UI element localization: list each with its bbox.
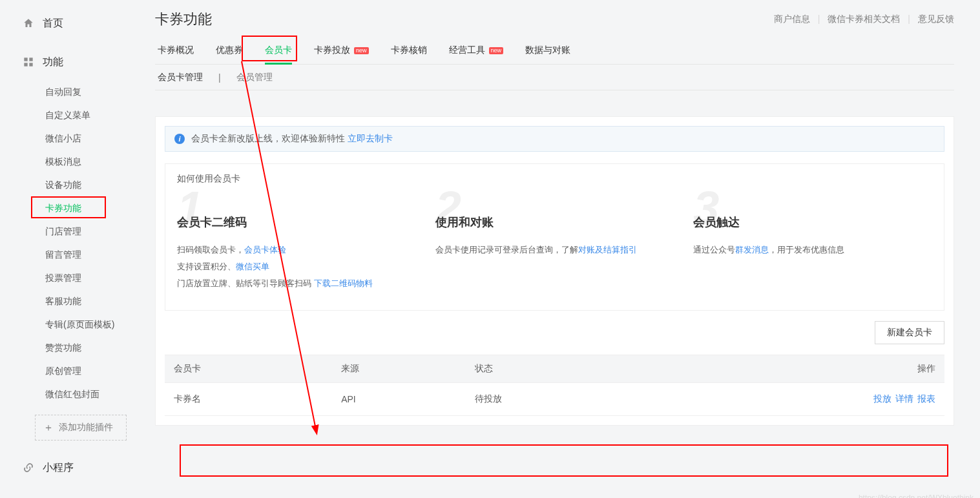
sidebar-features-heading: 功能	[0, 50, 149, 74]
sidebar-item[interactable]: 设备功能	[0, 173, 149, 196]
sidebar-miniprogram-label: 小程序	[43, 461, 74, 475]
sidebar-item[interactable]: 专辑(原页面模板)	[0, 313, 149, 336]
sidebar-item[interactable]: 卡券功能	[0, 196, 149, 220]
svg-rect-0	[24, 57, 27, 61]
sidebar-home[interactable]: 首页	[0, 12, 149, 35]
annotation-box-row	[180, 444, 948, 477]
sidebar: 首页 功能 自动回复自定义菜单微信小店模板消息设备功能卡券功能门店管理留言管理投…	[0, 0, 149, 498]
tab[interactable]: 经营工具new	[449, 45, 504, 64]
tab[interactable]: 会员卡	[265, 45, 292, 64]
row-action[interactable]: 详情	[895, 393, 913, 404]
sidebar-item[interactable]: 投票管理	[0, 266, 149, 289]
new-badge: new	[354, 47, 369, 54]
step-link[interactable]: 下载二维码物料	[314, 278, 373, 288]
separator: |	[818, 14, 820, 25]
tab-label: 会员卡	[265, 45, 292, 56]
table-row: 卡券名API待投放投放详情报表	[165, 383, 944, 416]
row-action[interactable]: 投放	[873, 393, 891, 404]
header-link-docs[interactable]: 微信卡券相关文档	[828, 14, 900, 25]
cell-actions: 投放详情报表	[634, 383, 944, 416]
sidebar-item[interactable]: 微信小店	[0, 127, 149, 150]
sidebar-item[interactable]: 模板消息	[0, 150, 149, 173]
subtabs: 会员卡管理|会员管理	[155, 65, 954, 90]
step-line: 支持设置积分、微信买单	[177, 258, 416, 275]
step-link[interactable]: 群发消息	[735, 245, 769, 254]
tab-label: 数据与对账	[525, 45, 570, 56]
row-action[interactable]: 报表	[917, 393, 935, 404]
howto-step: 1会员卡二维码扫码领取会员卡，会员卡体验支持设置积分、微信买单门店放置立牌、贴纸…	[177, 185, 416, 292]
sidebar-features-label: 功能	[43, 56, 63, 69]
th-status: 状态	[466, 355, 633, 383]
sidebar-item[interactable]: 门店管理	[0, 220, 149, 243]
tab[interactable]: 数据与对账	[525, 45, 570, 64]
sidebar-miniprogram-heading: 小程序	[0, 456, 149, 479]
step-link[interactable]: 微信买单	[236, 262, 269, 271]
tab-label: 卡券投放	[314, 45, 350, 56]
new-badge: new	[489, 47, 504, 54]
tab-label: 优惠券	[216, 45, 243, 56]
plus-icon: ＋	[43, 421, 54, 435]
th-source: 来源	[332, 355, 466, 383]
tab-label: 经营工具	[449, 45, 485, 56]
cell-name: 卡券名	[165, 383, 332, 416]
main-content: 卡券功能 商户信息 | 微信卡券相关文档 | 意见反馈 卡券概况优惠券会员卡卡券…	[149, 0, 980, 498]
howto-panel: 如何使用会员卡 1会员卡二维码扫码领取会员卡，会员卡体验支持设置积分、微信买单门…	[165, 163, 944, 311]
sidebar-item[interactable]: 留言管理	[0, 243, 149, 266]
sidebar-item[interactable]: 微信红包封面	[0, 382, 149, 406]
tab-label: 卡券概况	[158, 45, 194, 56]
subtab[interactable]: 会员管理	[236, 72, 273, 83]
step-line: 通过公众号群发消息，用于发布优惠信息	[693, 242, 932, 258]
svg-rect-2	[24, 63, 27, 66]
info-icon: i	[174, 134, 185, 144]
separator: |	[908, 14, 910, 25]
tab[interactable]: 卡券投放new	[314, 45, 369, 64]
th-action: 操作	[634, 355, 944, 383]
step-line: 扫码领取会员卡，会员卡体验	[177, 242, 416, 258]
tab[interactable]: 卡券概况	[158, 45, 194, 64]
notice-link[interactable]: 立即去制卡	[348, 133, 393, 145]
th-card: 会员卡	[165, 355, 332, 383]
step-link[interactable]: 会员卡体验	[244, 245, 286, 254]
sidebar-item[interactable]: 自定义菜单	[0, 103, 149, 127]
step-line: 会员卡使用记录可登录后台查询，了解对账及结算指引	[435, 242, 674, 258]
step-line: 门店放置立牌、贴纸等引导顾客扫码 下载二维码物料	[177, 275, 416, 292]
sidebar-item[interactable]: 自动回复	[0, 80, 149, 103]
cell-source: API	[332, 383, 466, 416]
howto-steps: 1会员卡二维码扫码领取会员卡，会员卡体验支持设置积分、微信买单门店放置立牌、贴纸…	[165, 185, 944, 310]
step-link[interactable]: 对账及结算指引	[578, 245, 637, 254]
header-link-feedback[interactable]: 意见反馈	[918, 14, 954, 25]
step-title: 使用和对账	[435, 214, 674, 230]
step-title: 会员卡二维码	[177, 214, 416, 230]
add-plugin-label: 添加功能插件	[59, 422, 113, 433]
sidebar-item[interactable]: 原创管理	[0, 359, 149, 382]
howto-step: 2使用和对账会员卡使用记录可登录后台查询，了解对账及结算指引	[435, 185, 674, 292]
tab[interactable]: 优惠券	[216, 45, 243, 64]
notice-text: 会员卡全新改版上线，欢迎体验新特性	[191, 133, 345, 145]
new-card-button[interactable]: 新建会员卡	[875, 321, 944, 344]
header-link-merchant[interactable]: 商户信息	[774, 14, 810, 25]
card-table: 会员卡 来源 状态 操作 卡券名API待投放投放详情报表	[165, 355, 944, 416]
tab-label: 卡券核销	[391, 45, 427, 56]
sidebar-feature-list: 自动回复自定义菜单微信小店模板消息设备功能卡券功能门店管理留言管理投票管理客服功…	[0, 74, 149, 406]
header-links: 商户信息 | 微信卡券相关文档 | 意见反馈	[774, 14, 954, 25]
content-panel: i 会员卡全新改版上线，欢迎体验新特性 立即去制卡 如何使用会员卡 1会员卡二维…	[155, 116, 954, 426]
cell-status: 待投放	[466, 383, 633, 416]
svg-rect-3	[29, 63, 32, 66]
tab[interactable]: 卡券核销	[391, 45, 427, 64]
howto-step: 3会员触达通过公众号群发消息，用于发布优惠信息	[693, 185, 932, 292]
home-icon	[22, 17, 35, 30]
howto-title: 如何使用会员卡	[165, 164, 944, 185]
tabs: 卡券概况优惠券会员卡卡券投放new卡券核销经营工具new数据与对账	[155, 39, 954, 65]
grid-icon	[22, 56, 35, 68]
notice-banner: i 会员卡全新改版上线，欢迎体验新特性 立即去制卡	[165, 126, 944, 152]
subtab[interactable]: 会员卡管理	[158, 72, 203, 83]
sidebar-item[interactable]: 客服功能	[0, 289, 149, 313]
step-title: 会员触达	[693, 214, 932, 230]
sidebar-home-label: 首页	[43, 17, 63, 30]
sidebar-item[interactable]: 赞赏功能	[0, 336, 149, 359]
page-title: 卡券功能	[155, 10, 212, 29]
svg-rect-1	[29, 57, 32, 61]
link-icon	[22, 461, 35, 474]
add-plugin-button[interactable]: ＋ 添加功能插件	[35, 415, 127, 441]
watermark: https://blog.csdn.net/WXbluethink	[859, 493, 974, 498]
